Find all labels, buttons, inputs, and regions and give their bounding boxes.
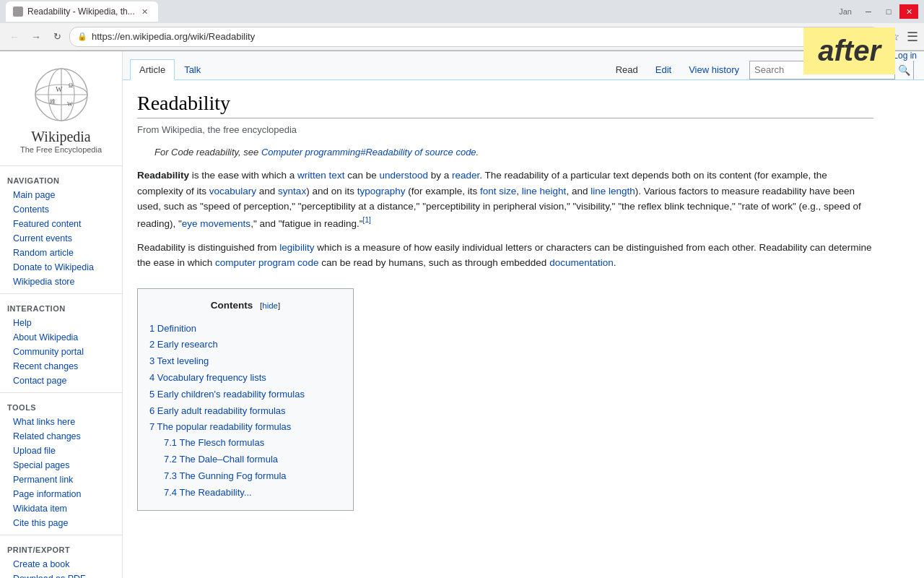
forward-button[interactable]: → [27, 28, 45, 46]
wiki-wordmark: Wikipedia [7, 129, 115, 145]
sidebar-item-store[interactable]: Wikipedia store [0, 275, 122, 289]
tab-close-button[interactable]: ✕ [139, 6, 151, 17]
sidebar-item-cite[interactable]: Cite this page [0, 516, 122, 530]
minimize-button[interactable]: ─ [859, 4, 878, 19]
sidebar-item-wikidata[interactable]: Wikidata item [0, 501, 122, 516]
sidebar-tools-section: Tools What links here Related changes Up… [0, 400, 122, 530]
article-text: Readability is the ease with which a wri… [137, 168, 873, 519]
tab-edit[interactable]: Edit [648, 60, 679, 79]
toc-7-3-link[interactable]: 7.3 The Gunning Fog formula [164, 470, 287, 481]
toc-item-7-2: 7.2 The Dale–Chall formula [164, 452, 341, 468]
sidebar-item-contact[interactable]: Contact page [0, 374, 122, 388]
readability-bold: Readability [137, 170, 189, 181]
menu-button[interactable]: ☰ [907, 29, 918, 45]
footnote-1-link[interactable]: [1] [363, 216, 371, 224]
contents-box: Contents [hide] 1 Definition 2 Early res… [137, 288, 354, 511]
paragraph-2: Readability is distinguished from legibi… [137, 240, 873, 271]
contents-hide: [hide] [260, 301, 280, 310]
search-submit-button[interactable]: 🔍 [894, 61, 913, 79]
hatnote-link[interactable]: Computer programming#Readability of sour… [261, 147, 476, 158]
tab-article[interactable]: Article [130, 59, 175, 80]
sidebar-item-current-events[interactable]: Current events [0, 231, 122, 246]
sidebar-item-permanent-link[interactable]: Permanent link [0, 473, 122, 487]
toc-7-1-link[interactable]: 7.1 The Flesch formulas [164, 437, 264, 448]
browser-tab[interactable]: Readability - Wikipedia, th... ✕ [6, 1, 158, 22]
reader-link[interactable]: reader [452, 170, 479, 181]
close-button[interactable]: ✕ [899, 4, 918, 19]
hatnote: For Code readability, see Computer progr… [154, 147, 873, 158]
sidebar-nav-section: Navigation Main page Contents Featured c… [0, 173, 122, 289]
interaction-section-title: Interaction [0, 301, 122, 316]
sidebar-item-main-page[interactable]: Main page [0, 188, 122, 202]
toc-item-7-3: 7.3 The Gunning Fog formula [164, 468, 341, 485]
tab-read[interactable]: Read [609, 60, 645, 79]
contents-title: Contents [hide] [149, 298, 341, 314]
refresh-button[interactable]: ↻ [49, 29, 65, 45]
address-bar[interactable]: 🔒 https://en.wikipedia.org/wiki/Readabil… [69, 27, 881, 47]
toc-item-6: 6 Early adult readability formulas [149, 403, 341, 420]
sidebar-item-contents[interactable]: Contents [0, 202, 122, 217]
paragraph-1: Readability is the ease with which a wri… [137, 168, 873, 231]
sidebar-item-donate[interactable]: Donate to Wikipedia [0, 260, 122, 275]
line-length-link[interactable]: line length [590, 186, 635, 197]
back-button[interactable]: ← [6, 28, 23, 46]
svg-text:Ω: Ω [69, 82, 73, 89]
sidebar-interaction-section: Interaction Help About Wikipedia Communi… [0, 301, 122, 388]
toc-1-link[interactable]: 1 Definition [149, 323, 196, 334]
toc-5-link[interactable]: 5 Early children's readability formulas [149, 389, 305, 400]
syntax-link[interactable]: syntax [278, 186, 306, 197]
sidebar-item-whatlinks[interactable]: What links here [0, 415, 122, 429]
sidebar-item-download-pdf[interactable]: Download as PDF [0, 571, 122, 578]
sidebar-item-about[interactable]: About Wikipedia [0, 330, 122, 345]
toc-2-link[interactable]: 2 Early research [149, 339, 218, 350]
citation-1: [1] [363, 216, 371, 224]
log-in-link[interactable]: Log in [893, 51, 917, 61]
article-body: Readability From Wikipedia, the free enc… [123, 80, 888, 531]
typography-link[interactable]: typography [357, 186, 406, 197]
sidebar-logo: W Ω 維 W Wikipedia The Free Encyclopedia [0, 59, 122, 161]
sidebar: W Ω 維 W Wikipedia The Free Encyclopedia … [0, 51, 123, 578]
legibility-link[interactable]: legibility [279, 242, 314, 253]
toc-item-3: 3 Text leveling [149, 353, 341, 370]
tools-section-title: Tools [0, 400, 122, 415]
sidebar-item-help[interactable]: Help [0, 316, 122, 330]
maximize-button[interactable]: □ [879, 4, 898, 19]
toc-4-link[interactable]: 4 Vocabulary frequency lists [149, 372, 266, 383]
tab-view-history[interactable]: View history [681, 60, 746, 79]
tab-talk[interactable]: Talk [175, 59, 210, 80]
nav-section-title: Navigation [0, 173, 122, 188]
toc-3-link[interactable]: 3 Text leveling [149, 355, 209, 366]
toc-item-2: 2 Early research [149, 337, 341, 353]
sidebar-item-upload[interactable]: Upload file [0, 444, 122, 458]
line-height-link[interactable]: line height [522, 186, 567, 197]
sidebar-item-community[interactable]: Community portal [0, 345, 122, 359]
window-controls: Jan ─ □ ✕ [839, 4, 918, 19]
sidebar-item-create-book[interactable]: Create a book [0, 557, 122, 571]
sidebar-item-recent-changes[interactable]: Recent changes [0, 359, 122, 374]
understood-link[interactable]: understood [379, 170, 428, 181]
main-content: Article Talk Read Edit View history 🔍 Re… [123, 51, 924, 578]
tab-favicon [13, 7, 23, 17]
sidebar-item-page-info[interactable]: Page information [0, 487, 122, 501]
font-size-link[interactable]: font size [480, 186, 516, 197]
toc-item-1: 1 Definition [149, 321, 341, 337]
sidebar-item-random[interactable]: Random article [0, 246, 122, 260]
toc-item-7: 7 The popular readability formulas 7.1 T… [149, 419, 341, 501]
vocabulary-link[interactable]: vocabulary [209, 186, 256, 197]
after-overlay: after [803, 27, 895, 74]
toc-6-link[interactable]: 6 Early adult readability formulas [149, 405, 286, 416]
computer-program-link[interactable]: computer program code [215, 257, 318, 268]
article-subtitle: From Wikipedia, the free encyclopedia [137, 124, 873, 135]
toc-7-4-link[interactable]: 7.4 The Readability... [164, 487, 252, 498]
svg-text:W: W [67, 101, 73, 108]
toc-7-link[interactable]: 7 The popular readability formulas [149, 421, 291, 432]
toc-7-2-link[interactable]: 7.2 The Dale–Chall formula [164, 454, 278, 465]
eye-movements-link[interactable]: eye movements [182, 217, 250, 228]
sidebar-item-special-pages[interactable]: Special pages [0, 458, 122, 473]
svg-text:W: W [56, 85, 63, 93]
contents-hide-link[interactable]: hide [262, 301, 278, 310]
sidebar-item-featured[interactable]: Featured content [0, 217, 122, 231]
sidebar-item-related-changes[interactable]: Related changes [0, 429, 122, 444]
written-text-link[interactable]: written text [297, 170, 344, 181]
documentation-link[interactable]: documentation [549, 257, 614, 268]
